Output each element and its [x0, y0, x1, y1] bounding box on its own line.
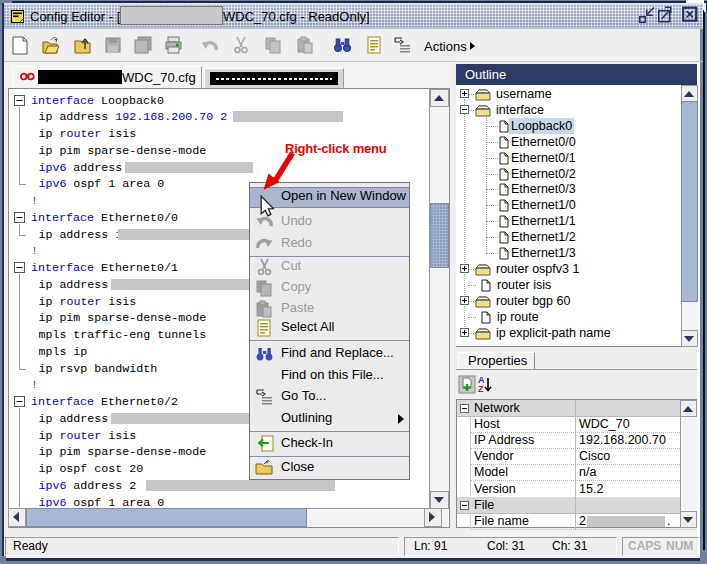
svg-text:Z: Z [478, 384, 484, 394]
